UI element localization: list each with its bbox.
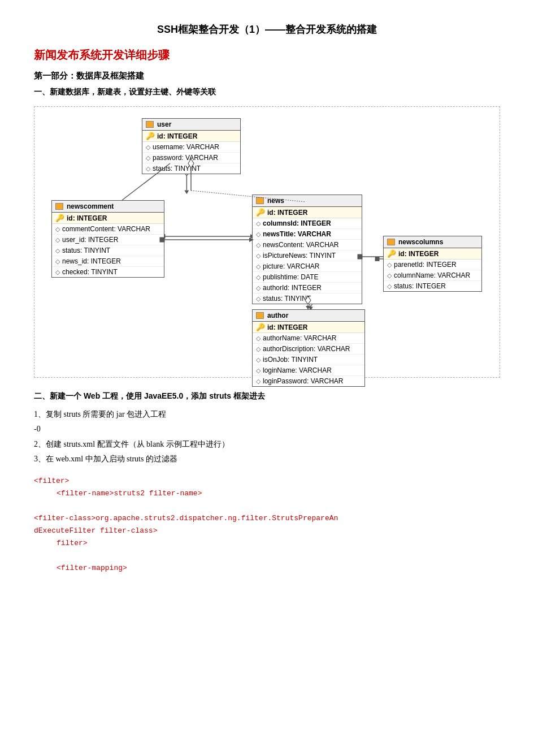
table-icon-newscolumns — [387, 239, 395, 245]
entity-news-field-8: ◇ status: TINYINT — [253, 293, 362, 304]
code-line-4: <filter-class>org.apache.struts2.dispatc… — [34, 512, 500, 525]
entity-author-field-2: ◇ authorDiscription: VARCHAR — [253, 344, 364, 355]
entity-newscomment-pk-field: id: INTEGER — [67, 214, 107, 222]
entity-newscolumns-field-1: ◇ parenetId: INTEGER — [384, 260, 481, 270]
entity-news-pk: 🔑 id: INTEGER — [253, 207, 362, 218]
step2-content: 1、复制 struts 所需要的 jar 包进入工程 -0 2、创建 strut… — [34, 408, 500, 466]
entity-news-field-1: ◇ columnsId: INTEGER — [253, 218, 362, 229]
entity-user-field-1: ◇ username: VARCHAR — [142, 142, 240, 153]
entity-news-field-3: ◇ newsContent: VARCHAR — [253, 240, 362, 250]
entity-news-field-5: ◇ picture: VARCHAR — [253, 261, 362, 272]
entity-author-field-4: ◇ loginName: VARCHAR — [253, 365, 364, 376]
entity-author: author 🔑 id: INTEGER ◇ authorName: VARCH… — [252, 309, 365, 387]
entity-newscomment-header: newscomment — [52, 201, 164, 213]
entity-user-field-2: ◇ password: VARCHAR — [142, 153, 240, 163]
code-line-5: dExecuteFilter filter-class> — [34, 525, 500, 537]
code-line-3 — [34, 500, 500, 512]
pk-icon-user: 🔑 — [146, 132, 155, 140]
diamond-icon-3: ◇ — [146, 165, 150, 172]
entity-news-field-4: ◇ isPictureNews: TINYINT — [253, 250, 362, 261]
entity-newscomment-field-5: ◇ checked: TINYINT — [52, 267, 164, 277]
diamond-icon-1: ◇ — [146, 144, 150, 151]
code-line-8: <filter-mapping> — [34, 562, 500, 574]
section1-title: 第一部分：数据库及框架搭建 — [34, 71, 500, 81]
entity-newscomment-name: newscomment — [67, 202, 114, 210]
entity-news-pk-field: id: INTEGER — [267, 209, 307, 217]
table-icon-newscomment — [55, 203, 63, 210]
table-icon-user — [146, 121, 154, 128]
entity-news-field-7: ◇ authorId: INTEGER — [253, 283, 362, 293]
entity-user-name: user — [157, 120, 171, 128]
entity-newscolumns-pk: 🔑 id: INTEGER — [384, 248, 481, 260]
entity-newscomment-field-1: ◇ commentContent: VARCHAR — [52, 224, 164, 235]
code-line-2: <filter-name>struts2 filter-name> — [34, 487, 500, 500]
entity-news: news 🔑 id: INTEGER ◇ columnsId: INTEGER … — [252, 195, 362, 304]
entity-author-field-1: ◇ authorName: VARCHAR — [253, 333, 364, 344]
entity-newscolumns-field-2: ◇ columnName: VARCHAR — [384, 270, 481, 281]
entity-news-header: news — [253, 195, 362, 207]
step2-title: 二、新建一个 Web 工程，使用 JavaEE5.0，添加 struts 框架进… — [34, 391, 500, 401]
sub-title: 新闻发布系统开发详细步骤 — [34, 47, 500, 63]
step1-title: 一、新建数据库，新建表，设置好主键、外键等关联 — [34, 87, 500, 97]
entity-author-header: author — [253, 310, 364, 322]
entity-author-field-5: ◇ loginPassword: VARCHAR — [253, 376, 364, 386]
entity-newscomment-pk: 🔑 id: INTEGER — [52, 213, 164, 224]
diamond-icon-2: ◇ — [146, 154, 150, 162]
svg-marker-1 — [184, 190, 189, 194]
entity-newscolumns: newscolumns 🔑 id: INTEGER ◇ parenetId: I… — [383, 236, 482, 292]
pk-icon-author: 🔑 — [256, 323, 265, 331]
code-block: <filter> <filter-name>struts2 filter-nam… — [34, 475, 500, 575]
step2-line-2: -0 — [34, 423, 500, 435]
entity-user: user 🔑 id: INTEGER ◇ username: VARCHAR ◇… — [142, 118, 241, 174]
code-line-7 — [34, 550, 500, 562]
step2-line-1: 1、复制 struts 所需要的 jar 包进入工程 — [34, 408, 500, 421]
entity-author-pk: 🔑 id: INTEGER — [253, 322, 364, 333]
entity-newscolumns-name: newscolumns — [398, 238, 443, 246]
entity-user-field-3: ◇ stauts: TINYINT — [142, 163, 240, 174]
table-icon-author — [256, 312, 264, 319]
entity-news-field-2: ◇ newsTitle: VARCHAR — [253, 229, 362, 240]
entity-newscolumns-field-3: ◇ status: INTEGER — [384, 281, 481, 291]
db-diagram: user 🔑 id: INTEGER ◇ username: VARCHAR ◇… — [34, 106, 500, 378]
entity-newscomment-field-3: ◇ status: TINYINT — [52, 245, 164, 256]
entity-newscomment: newscomment 🔑 id: INTEGER ◇ commentConte… — [51, 200, 164, 278]
svg-rect-7 — [375, 257, 380, 261]
entity-news-name: news — [267, 197, 284, 205]
table-icon-news — [256, 197, 264, 204]
entity-user-header: user — [142, 119, 240, 131]
entity-newscomment-field-2: ◇ user_id: INTEGER — [52, 235, 164, 245]
code-line-1: <filter> — [34, 475, 500, 487]
code-line-6: filter> — [34, 537, 500, 550]
entity-author-name: author — [267, 312, 288, 319]
entity-newscolumns-pk-field: id: INTEGER — [398, 250, 439, 258]
step2-line-3: 2、创建 struts.xml 配置文件（从 blank 示例工程中进行） — [34, 438, 500, 451]
pk-icon-newscomment: 🔑 — [55, 214, 64, 222]
entity-news-field-6: ◇ publishtime: DATE — [253, 272, 362, 283]
pk-icon-news: 🔑 — [256, 208, 265, 217]
entity-author-field-3: ◇ isOnJob: TINYINT — [253, 355, 364, 365]
entity-user-pk-field: id: INTEGER — [157, 132, 197, 140]
main-title: SSH框架整合开发（1）——整合开发系统的搭建 — [34, 23, 500, 36]
step2-line-4: 3、在 web.xml 中加入启动 struts 的过滤器 — [34, 453, 500, 465]
entity-newscomment-field-4: ◇ news_id: INTEGER — [52, 256, 164, 267]
entity-author-pk-field: id: INTEGER — [267, 323, 307, 331]
pk-icon-newscolumns: 🔑 — [387, 249, 396, 258]
entity-newscolumns-header: newscolumns — [384, 236, 481, 248]
entity-user-pk: 🔑 id: INTEGER — [142, 131, 240, 142]
